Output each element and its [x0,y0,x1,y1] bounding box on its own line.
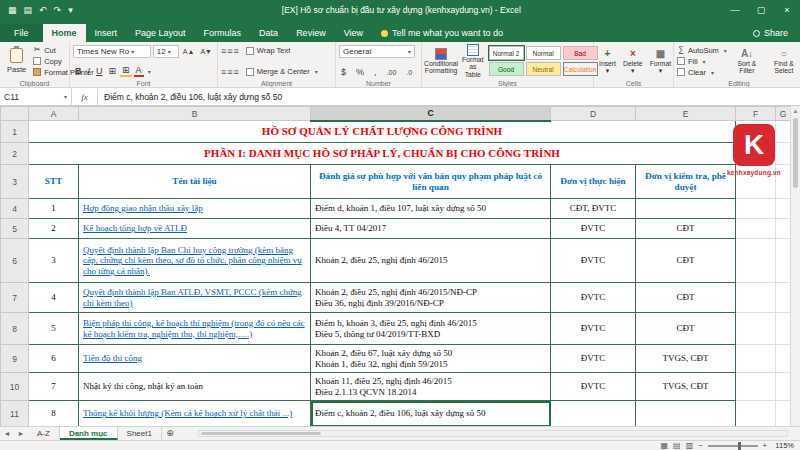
cell-don-vi-kiem-tra[interactable]: CĐT [636,313,736,345]
tab-file[interactable]: File [0,24,43,42]
cell-don-vi-kiem-tra[interactable]: CĐT [636,239,736,283]
cell-main-title[interactable]: HỒ SƠ QUẢN LÝ CHẤT LƯỢNG CÔNG TRÌNH [29,121,736,143]
cell-ten-tai-lieu[interactable]: Quyết định thành lập Ban ATLĐ, VSMT, PCC… [79,283,311,313]
cell-ten-tai-lieu[interactable]: Tiến độ thi công [79,345,311,373]
font-size-select[interactable]: 12▾ [153,45,179,58]
find-select-button[interactable]: ○ Find & Select [767,44,800,78]
grow-font-button[interactable]: A▲ [181,48,197,55]
style-chip-normal-2[interactable]: Normal 2 [489,46,524,60]
fill-button[interactable]: Fill▾ [677,56,727,67]
tab-view[interactable]: View [335,24,372,42]
zoom-out-button[interactable]: − [698,441,702,450]
row-header-4[interactable]: 4 [1,199,29,219]
cell-can-cu-phap-ly[interactable]: Điểm d, khoản 1, điều 107, luật xây dựng… [311,199,551,219]
align-middle-icon[interactable]: ≡ [227,46,231,56]
tab-insert[interactable]: Insert [86,24,127,42]
minimize-button[interactable]: — [722,0,748,20]
cell-don-vi-thuc-hien[interactable] [551,401,636,427]
font-name-select[interactable]: Times New Ro▾ [73,45,151,58]
style-chip-neutral[interactable]: Neutral [526,62,561,76]
cell-g[interactable] [776,401,791,427]
cell-don-vi-kiem-tra[interactable]: TVGS, CĐT [636,373,736,401]
horizontal-scrollbar-thumb[interactable] [201,432,321,435]
cell-don-vi-thuc-hien[interactable]: ĐVTC [551,219,636,239]
style-chip-good[interactable]: Good [489,62,524,76]
cell-ten-tai-lieu[interactable]: Quyết định thành lập Ban Chỉ huy công tr… [79,239,311,283]
row-header-6[interactable]: 6 [1,239,29,283]
cell-g[interactable] [776,373,791,401]
row-header-9[interactable]: 9 [1,345,29,373]
autosum-button[interactable]: ∑AutoSum▾ [677,45,727,56]
new-sheet-button[interactable]: ⊕ [162,427,178,440]
excel-app-icon[interactable]: ▦ [8,5,17,15]
cell-stt[interactable]: 7 [29,373,79,401]
tell-me-box[interactable]: Tell me what you want to do [372,24,512,42]
shrink-font-button[interactable]: A▼ [198,48,214,55]
qat-customize-icon[interactable]: ▾ [68,5,73,15]
cell-ten-tai-lieu[interactable]: Thống kê khối lượng (Kèm cả kế hoạch xử … [79,401,311,427]
underline-button[interactable]: U [94,66,105,76]
paste-button[interactable]: Paste [3,44,30,78]
normal-view-icon[interactable]: ▦ [661,441,669,450]
italic-button[interactable]: I [86,66,93,76]
cell-f[interactable] [736,345,776,373]
undo-icon[interactable]: ↶ [39,5,47,15]
increase-decimal-button[interactable]: .00 [385,69,399,76]
decrease-decimal-button[interactable]: .0 [404,69,414,76]
close-button[interactable]: × [774,0,800,20]
zoom-level[interactable]: 115% [772,441,794,450]
clear-button[interactable]: Clear▾ [677,67,727,78]
font-color-button[interactable]: A [134,65,144,77]
cell-can-cu-phap-ly[interactable]: Khoản 11, điều 25, nghị định 46/2015Điều… [311,373,551,401]
cell-f[interactable] [736,313,776,345]
merge-center-button[interactable]: Merge & Center▾ [246,66,318,77]
tab-data[interactable]: Data [250,24,287,42]
tab-review[interactable]: Review [287,24,335,42]
cell-don-vi-thuc-hien[interactable]: ĐVTC [551,313,636,345]
cell-header-don-vi-thuc-hien[interactable]: Đơn vị thực hiện [551,165,636,199]
cell-f[interactable] [736,401,776,427]
cell-don-vi-thuc-hien[interactable]: ĐVTC [551,283,636,313]
cell-ten-tai-lieu[interactable]: Kế hoạch tổng hợp về ATLĐ [79,219,311,239]
zoom-slider-knob[interactable] [738,442,741,450]
align-right-icon[interactable]: ≡ [234,67,238,77]
cell-f[interactable] [736,283,776,313]
column-header-c[interactable]: C [311,107,551,121]
cell-header-stt[interactable]: STT [29,165,79,199]
column-header-d[interactable]: D [551,107,636,121]
align-center-icon[interactable]: ≡ [227,67,231,77]
zoom-in-button[interactable]: + [763,441,767,450]
page-break-view-icon[interactable]: ▥ [686,441,694,450]
cell-stt[interactable]: 8 [29,401,79,427]
insert-function-button[interactable]: fx [72,88,98,105]
cell-g[interactable] [776,313,791,345]
bold-button[interactable]: B [73,66,84,76]
cell-can-cu-phap-ly[interactable]: Điểm c, khoản 2, điều 106, luật xây dựng… [311,401,551,427]
cell-header-ten-tai-lieu[interactable]: Tên tài liệu [79,165,311,199]
cell-stt[interactable]: 6 [29,345,79,373]
cell-don-vi-kiem-tra[interactable]: CĐT [636,219,736,239]
cell-don-vi-kiem-tra[interactable] [636,401,736,427]
vertical-scrollbar-thumb[interactable] [793,118,798,188]
align-left-icon[interactable]: ≡ [221,67,225,77]
cell-can-cu-phap-ly[interactable]: Khoản 2, điều 25, nghị định 46/2015 [311,239,551,283]
cell-f[interactable] [736,219,776,239]
sheet-tab-a-z[interactable]: A-Z [28,427,60,440]
sheet-nav-left-icon[interactable]: ◄ [0,427,14,440]
cell-don-vi-thuc-hien[interactable]: ĐVTC [551,239,636,283]
tab-home[interactable]: Home [43,24,86,42]
fill-color-button[interactable]: ⊞ [120,65,132,77]
tab-formulas[interactable]: Formulas [195,24,251,42]
cell-stt[interactable]: 3 [29,239,79,283]
cell-stt[interactable]: 1 [29,199,79,219]
column-header-b[interactable]: B [79,107,311,121]
sheet-tab-danh-muc[interactable]: Danh mục [60,427,118,440]
cell-don-vi-thuc-hien[interactable]: CĐT, ĐVTC [551,199,636,219]
cell-can-cu-phap-ly[interactable]: Khoản 2, điều 25, nghị định 46/2015/NĐ-C… [311,283,551,313]
cell-g[interactable] [776,345,791,373]
row-header-10[interactable]: 10 [1,373,29,401]
cell-section-title[interactable]: PHẦN I: DANH MỤC HỒ SƠ PHÁP LÝ, CHUẨN BỊ… [29,143,736,165]
cell-don-vi-kiem-tra[interactable] [636,199,736,219]
cell-stt[interactable]: 5 [29,313,79,345]
cell-g[interactable] [776,219,791,239]
